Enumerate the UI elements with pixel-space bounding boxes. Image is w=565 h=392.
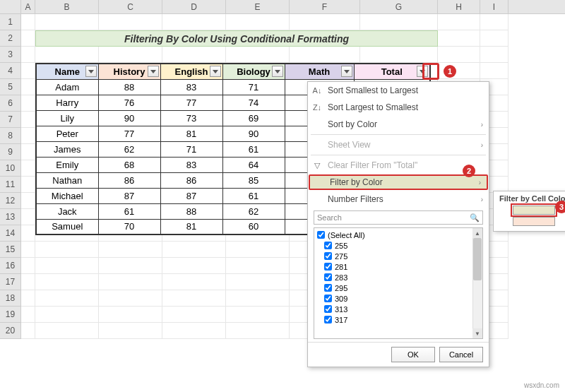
checkbox[interactable] xyxy=(324,295,332,302)
cancel-button[interactable]: Cancel xyxy=(439,347,483,362)
row-header-19[interactable]: 19 xyxy=(0,307,20,323)
cell-biology[interactable]: 90 xyxy=(222,126,285,141)
cell-english[interactable]: 83 xyxy=(160,79,222,95)
row-header-16[interactable]: 16 xyxy=(0,258,20,274)
cell-biology[interactable]: 62 xyxy=(222,203,285,219)
checklist-item[interactable]: 317 xyxy=(324,314,480,325)
checklist-item[interactable]: 255 xyxy=(324,240,480,251)
row-header-5[interactable]: 5 xyxy=(0,79,20,95)
cell-history[interactable]: 87 xyxy=(98,188,160,203)
cell-biology[interactable]: 69 xyxy=(222,110,285,126)
cell-name[interactable]: Emily xyxy=(36,157,98,172)
ok-button[interactable]: OK xyxy=(391,347,435,362)
filter-button-name[interactable] xyxy=(85,66,97,77)
menu-filter-by-color[interactable]: Filter by Color› xyxy=(309,174,488,190)
checklist-select-all[interactable]: (Select All) xyxy=(317,230,480,240)
checklist-item[interactable]: 275 xyxy=(324,251,480,261)
row-header-20[interactable]: 20 xyxy=(0,323,20,339)
checklist-item[interactable]: 281 xyxy=(324,261,480,272)
cell-history[interactable]: 68 xyxy=(98,157,160,172)
col-header-B[interactable]: B xyxy=(35,0,99,13)
checkbox[interactable] xyxy=(324,284,332,292)
cell-name[interactable]: Adam xyxy=(36,79,98,95)
cell-history[interactable]: 70 xyxy=(98,219,160,234)
filter-button-english[interactable] xyxy=(210,66,221,77)
row-header-18[interactable]: 18 xyxy=(0,290,20,307)
header-history[interactable]: History xyxy=(98,64,160,79)
header-total[interactable]: Total xyxy=(354,64,430,79)
cell-biology[interactable]: 74 xyxy=(222,95,285,110)
cell-english[interactable]: 83 xyxy=(160,157,222,172)
row-header-15[interactable]: 15 xyxy=(0,242,20,258)
cell-history[interactable]: 88 xyxy=(98,79,160,95)
grid-area[interactable]: Filtering By Color Using Conditional For… xyxy=(21,14,565,339)
cell-history[interactable]: 61 xyxy=(98,203,160,219)
cell-history[interactable]: 77 xyxy=(98,126,160,141)
cell-name[interactable]: Nathan xyxy=(36,172,98,188)
scroll-up-icon[interactable]: ▲ xyxy=(472,228,482,238)
row-header-9[interactable]: 9 xyxy=(0,144,20,160)
scrollbar-track[interactable]: ▲ ▼ xyxy=(472,228,482,338)
cell-english[interactable]: 86 xyxy=(160,172,222,188)
cell-name[interactable]: James xyxy=(36,141,98,157)
row-header-17[interactable]: 17 xyxy=(0,274,20,290)
cell-english[interactable]: 81 xyxy=(160,219,222,234)
checkbox[interactable] xyxy=(324,305,332,313)
cell-name[interactable]: Harry xyxy=(36,95,98,110)
row-header-2[interactable]: 2 xyxy=(0,30,20,47)
row-header-13[interactable]: 13 xyxy=(0,209,20,225)
scroll-down-icon[interactable]: ▼ xyxy=(472,328,482,338)
cell-biology[interactable]: 61 xyxy=(222,188,285,203)
cell-history[interactable]: 86 xyxy=(98,172,160,188)
col-header-H[interactable]: H xyxy=(438,0,480,13)
search-input[interactable]: Search🔍 xyxy=(314,210,483,225)
select-all-corner[interactable] xyxy=(0,0,21,13)
checkbox[interactable] xyxy=(324,242,332,249)
cell-biology[interactable]: 71 xyxy=(222,79,285,95)
checkbox[interactable] xyxy=(324,252,332,260)
checklist-item[interactable]: 309 xyxy=(324,293,480,304)
row-header-3[interactable]: 3 xyxy=(0,47,20,63)
header-english[interactable]: English xyxy=(160,64,222,79)
color-swatch-1[interactable] xyxy=(513,206,555,215)
row-header-14[interactable]: 14 xyxy=(0,225,20,242)
cell-english[interactable]: 87 xyxy=(160,188,222,203)
scrollbar-thumb[interactable] xyxy=(473,238,482,280)
filter-checklist[interactable]: (Select All) 255275281283295309313317 ▲ … xyxy=(314,227,483,339)
cell-english[interactable]: 73 xyxy=(160,110,222,126)
row-header-1[interactable]: 1 xyxy=(0,14,20,30)
menu-sort-asc[interactable]: A↓Sort Smallest to Largest xyxy=(308,82,489,99)
cell-name[interactable]: Jack xyxy=(36,203,98,219)
cell-biology[interactable]: 85 xyxy=(222,172,285,188)
row-header-7[interactable]: 7 xyxy=(0,112,20,128)
col-header-G[interactable]: G xyxy=(360,0,438,13)
checkbox[interactable] xyxy=(324,273,332,281)
cell-name[interactable]: Samuel xyxy=(36,219,98,234)
col-header-A[interactable]: A xyxy=(21,0,35,13)
row-header-8[interactable]: 8 xyxy=(0,128,20,144)
row-header-12[interactable]: 12 xyxy=(0,193,20,209)
checkbox[interactable] xyxy=(324,263,332,271)
cell-biology[interactable]: 64 xyxy=(222,157,285,172)
header-math[interactable]: Math xyxy=(285,64,354,79)
menu-sort-desc[interactable]: Z↓Sort Largest to Smallest xyxy=(308,99,489,116)
cell-english[interactable]: 88 xyxy=(160,203,222,219)
row-header-10[interactable]: 10 xyxy=(0,160,20,177)
filter-button-biology[interactable] xyxy=(272,66,283,77)
color-swatch-2[interactable] xyxy=(513,217,555,226)
cell-english[interactable]: 71 xyxy=(160,141,222,157)
cell-biology[interactable]: 60 xyxy=(222,219,285,234)
cell-name[interactable]: Peter xyxy=(36,126,98,141)
cell-english[interactable]: 77 xyxy=(160,95,222,110)
checkbox-select-all[interactable] xyxy=(317,231,325,239)
cell-biology[interactable]: 61 xyxy=(222,141,285,157)
checklist-item[interactable]: 295 xyxy=(324,283,480,293)
cell-history[interactable]: 76 xyxy=(98,95,160,110)
col-header-C[interactable]: C xyxy=(99,0,162,13)
checklist-item[interactable]: 313 xyxy=(324,304,480,314)
row-header-4[interactable]: 4 xyxy=(0,63,20,79)
cell-name[interactable]: Michael xyxy=(36,188,98,203)
cell-name[interactable]: Lily xyxy=(36,110,98,126)
cell-english[interactable]: 81 xyxy=(160,126,222,141)
row-header-11[interactable]: 11 xyxy=(0,177,20,193)
